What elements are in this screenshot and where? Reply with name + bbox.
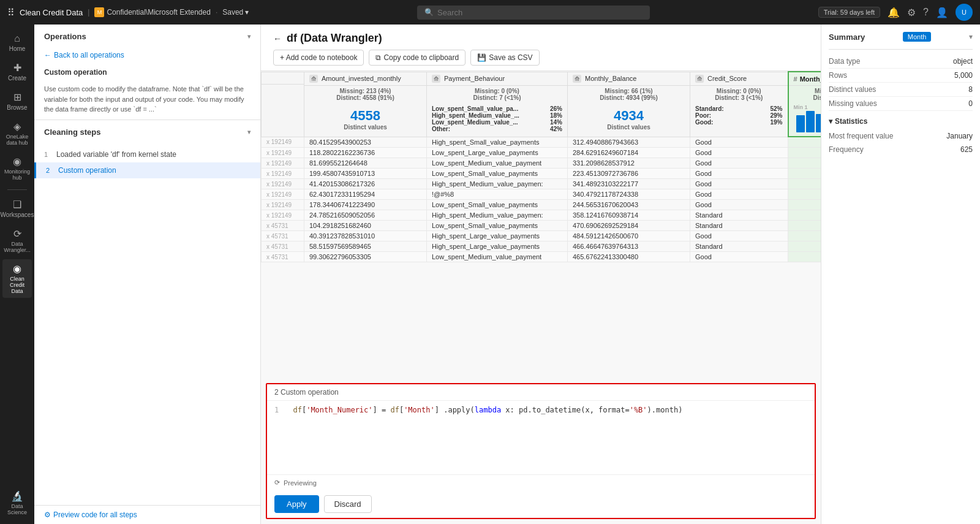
data-type-label: Data type xyxy=(829,57,860,66)
sidebar-item-clean-credit[interactable]: ◉ Clean Credit Data xyxy=(2,259,32,298)
browse-icon: ⊞ xyxy=(13,91,21,103)
step-item-2[interactable]: 2 Custom operation xyxy=(34,162,260,178)
panel-collapse-icon[interactable]: ▾ xyxy=(969,32,973,41)
add-code-button[interactable]: + Add code to notebook xyxy=(273,50,364,66)
cleaning-section-header[interactable]: Cleaning steps ▾ xyxy=(34,120,260,144)
most-frequent-value: January xyxy=(946,132,973,140)
code-panel: 2 Custom operation 1 df['Month_Numeric']… xyxy=(266,383,816,519)
col-header-payment[interactable]: ⟰ Payment_Behaviour Missing: 0 (0%) Dist… xyxy=(427,72,568,137)
col-title-payment: Payment_Behaviour xyxy=(444,75,505,82)
sidebar-item-home[interactable]: ⌂ Home xyxy=(2,29,32,56)
code-empty-space xyxy=(267,438,815,474)
col-stats-month-numeric: Missing: 0 (0%) Distinct: 8 (<1%) xyxy=(789,86,821,103)
sidebar-item-monitoring[interactable]: ◉ Monitoring hub xyxy=(2,152,32,184)
copy-code-button[interactable]: ⧉ Copy code to clipboard xyxy=(369,50,466,66)
distinct-value-amount: 4558 xyxy=(304,108,426,124)
back-page-icon[interactable]: ← xyxy=(273,34,282,44)
cell-credit-score: Standard xyxy=(690,241,788,252)
back-to-operations[interactable]: ← Back to all operations xyxy=(34,48,260,64)
col-title-credit: Credit_Score xyxy=(707,75,747,82)
sidebar-item-label: Home xyxy=(9,45,26,52)
sidebar-item-label: Create xyxy=(8,75,26,82)
chevron-down-icon: ▾ xyxy=(245,8,249,17)
col-type-icon-amount: ⟰ xyxy=(309,75,318,83)
cell-credit-score: Standard xyxy=(690,221,788,231)
cell-credit-score: Good xyxy=(690,137,788,148)
help-icon[interactable]: ? xyxy=(923,7,929,18)
cell-month-numeric: 1 xyxy=(788,221,821,231)
sidebar-item-label: Browse xyxy=(7,104,27,111)
cell-balance: 470.69062692529184 xyxy=(568,221,690,231)
data-grid-wrap[interactable]: ⟰ Amount_invested_monthly Missing: 213 (… xyxy=(261,71,821,378)
step-label-2: Custom operation xyxy=(58,166,116,175)
col-header-month-numeric[interactable]: # Month_Numeric ✓ Missing: 0 (0%) Distin… xyxy=(788,72,821,137)
col-header-amount[interactable]: ⟰ Amount_invested_monthly Missing: 213 (… xyxy=(304,72,427,137)
search-input[interactable] xyxy=(437,8,643,17)
sidebar-item-label: Data Wrangler... xyxy=(4,241,30,253)
col-header-balance[interactable]: ⟰ Monthly_Balance Missing: 66 (1%) Disti… xyxy=(568,72,690,137)
col-header-credit[interactable]: ⟰ Credit_Score Missing: 0 (0%) Distinct:… xyxy=(690,72,788,137)
bar-3 xyxy=(816,114,821,132)
cell-amount: 118.28022162236736 xyxy=(304,148,427,158)
cell-credit-score: Good xyxy=(690,189,788,200)
cell-month-numeric: 2 xyxy=(788,231,821,241)
operations-section-header[interactable]: Operations ▾ xyxy=(34,25,260,48)
cell-amount: 80.41529543900253 xyxy=(304,137,427,148)
notification-icon[interactable]: 🔔 xyxy=(888,7,900,18)
month-bar-chart xyxy=(791,110,821,135)
cell-payment: High_spent_Medium_value_paymen: xyxy=(427,179,568,189)
month-badge[interactable]: Month xyxy=(903,32,932,42)
grid-menu-icon[interactable]: ⠿ xyxy=(7,7,15,18)
sidebar-item-data-wrangler[interactable]: ⟳ Data Wrangler... xyxy=(2,224,32,257)
sidebar-item-browse[interactable]: ⊞ Browse xyxy=(2,88,32,115)
sidebar-item-data-science[interactable]: 🔬 Data Science xyxy=(2,487,32,519)
sidebar-item-create[interactable]: ✚ Create xyxy=(2,58,32,85)
workspaces-icon: ❑ xyxy=(13,199,21,210)
share-icon[interactable]: 👤 xyxy=(936,7,948,18)
distinct-label-amount: Distinct values xyxy=(304,124,426,131)
statistics-header[interactable]: ▾ Statistics xyxy=(829,117,973,126)
data-table-body: x 192149 80.41529543900253 High_spent_Sm… xyxy=(262,137,821,262)
cell-month-numeric: 3 xyxy=(788,241,821,252)
app-layout: ⌂ Home ✚ Create ⊞ Browse ◈ OneLake data … xyxy=(0,25,980,524)
cell-payment: Low_spent_Medium_value_payment xyxy=(427,158,568,169)
cell-credit-score: Good xyxy=(690,148,788,158)
col-title-month-numeric: Month_Numeric xyxy=(800,75,821,83)
cell-amount: 41.420153086217326 xyxy=(304,179,427,189)
table-row: x 192149 199.45807435910713 Low_spent_Sm… xyxy=(262,169,821,179)
cell-payment: High_spent_Large_value_payments xyxy=(427,241,568,252)
sidebar-item-onelake[interactable]: ◈ OneLake data hub xyxy=(2,117,32,150)
saved-status[interactable]: Saved ▾ xyxy=(222,8,249,17)
code-area[interactable]: 1 df['Month_Numeric'] = df['Month'] .app… xyxy=(267,401,815,438)
right-panel-header: Summary Month ▾ xyxy=(829,32,973,42)
save-csv-button[interactable]: 💾 Save as CSV xyxy=(470,50,539,66)
summary-title: Summary xyxy=(829,32,865,42)
cell-payment: High_spent_Medium_value_paymen: xyxy=(427,210,568,221)
most-frequent-row: Most frequent value January xyxy=(829,129,973,143)
preview-code-link[interactable]: ⚙ Preview code for all steps xyxy=(34,505,260,524)
col-stats-credit: Missing: 0 (0%) Distinct: 3 (<1%) xyxy=(690,86,788,103)
col-stats-amount: Missing: 213 (4%) Distinct: 4558 (91%) xyxy=(304,86,426,103)
cleaning-collapse-icon: ▾ xyxy=(247,129,251,135)
brand-icon: M xyxy=(94,7,104,17)
cell-balance: 244.56531670620043 xyxy=(568,200,690,210)
avatar[interactable]: U xyxy=(956,4,973,21)
brand-area: M Confidential\Microsoft Extended xyxy=(94,7,210,17)
nav-separator: | xyxy=(88,8,89,17)
cell-credit-score: Good xyxy=(690,200,788,210)
step-item-1[interactable]: 1 Loaded variable 'df' from kernel state xyxy=(34,146,260,162)
settings-icon[interactable]: ⚙ xyxy=(907,7,916,18)
cell-row-id: x 192149 xyxy=(262,189,304,200)
discard-button[interactable]: Discard xyxy=(324,495,372,513)
cell-amount: 40.391237828531010 xyxy=(304,231,427,241)
summary-divider xyxy=(829,49,973,50)
table-row: x 192149 118.28022162236736 Low_spent_La… xyxy=(262,148,821,158)
monitoring-icon: ◉ xyxy=(13,156,21,167)
search-input-wrap[interactable]: 🔍 xyxy=(417,6,650,20)
cell-balance: 465.67622413300480 xyxy=(568,252,690,262)
cell-amount: 81.6995521264648 xyxy=(304,158,427,169)
sidebar-item-workspaces[interactable]: ❑ Workspaces xyxy=(2,195,32,222)
left-panel: Operations ▾ ← Back to all operations Cu… xyxy=(34,25,261,524)
apply-button[interactable]: Apply xyxy=(274,495,319,513)
cell-balance: 331.2098628537912 xyxy=(568,158,690,169)
